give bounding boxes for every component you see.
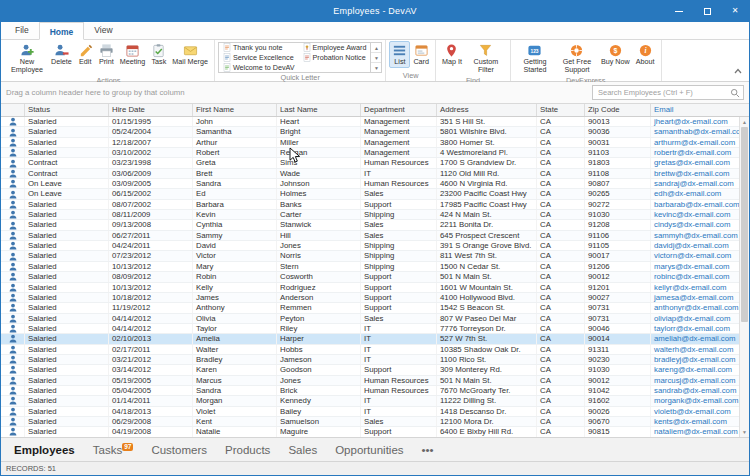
cell-email[interactable]: oliviap@dx-email.com — [651, 314, 739, 323]
tab-overflow[interactable]: ••• — [413, 444, 443, 456]
mail-merge-button[interactable]: Mail Merge — [169, 41, 211, 68]
scrollbar-thumb[interactable] — [741, 127, 748, 322]
cell-email[interactable]: taylorr@dx-email.com — [651, 324, 739, 333]
cell-email[interactable]: kents@dx-email.com — [651, 417, 739, 426]
cell-email[interactable]: jamesa@dx-email.com — [651, 293, 739, 302]
gallery-scroll-down-icon[interactable]: ▼ — [371, 53, 381, 63]
column-header-department[interactable]: Department — [361, 104, 437, 116]
table-row[interactable]: Salaried 06/29/2008 Kent Samuelson Sales… — [1, 417, 739, 427]
card-view-button[interactable]: Card — [410, 41, 432, 68]
cell-email[interactable]: robinc@dx-email.com — [651, 272, 739, 281]
cell-email[interactable]: kellyr@dx-email.com — [651, 283, 739, 292]
table-row[interactable]: Salaried 05/04/2005 Sandra Brick Human R… — [1, 386, 739, 396]
titlebar[interactable]: Employees - DevAV ✕ — [1, 0, 749, 22]
minimize-button[interactable] — [665, 0, 693, 22]
delete-button[interactable]: Delete — [48, 41, 75, 68]
table-row[interactable]: Contract 03/06/2009 Brett Wade IT 1120 O… — [1, 169, 739, 179]
meeting-button[interactable]: Meeting — [117, 41, 149, 68]
cell-email[interactable]: bradleyj@dx-email.com — [651, 355, 739, 364]
cell-email[interactable]: cindys@dx-email.com — [651, 220, 739, 229]
tab-opportunities[interactable]: Opportunities — [326, 444, 412, 456]
buy-now-button[interactable]: $ Buy Now — [598, 41, 633, 68]
cell-email[interactable]: marys@dx-email.com — [651, 262, 739, 271]
table-row[interactable]: Salaried 01/14/2011 Morgan Kennedy IT 11… — [1, 396, 739, 406]
cell-email[interactable]: violetb@dx-email.com — [651, 407, 739, 416]
tab-sales[interactable]: Sales — [279, 444, 326, 456]
tab-employees[interactable]: Employees — [5, 444, 84, 456]
scroll-down-icon[interactable]: ▼ — [740, 427, 749, 437]
table-row[interactable]: Salaried 04/14/2012 Olivia Peyton Sales … — [1, 314, 739, 324]
quick-letter-item-employee-award[interactable]: Employee Award — [299, 43, 371, 53]
cell-email[interactable]: kevinc@dx-email.com — [651, 210, 739, 219]
tab-products[interactable]: Products — [216, 444, 279, 456]
cell-email[interactable]: arthurm@dx-email.com — [651, 138, 739, 147]
tab-view[interactable]: View — [84, 21, 122, 39]
quick-letter-item-probation-notice[interactable]: Probation Notice — [299, 53, 371, 63]
tab-file[interactable]: File — [5, 21, 39, 39]
cell-email[interactable]: marcusj@dx-email.com — [651, 376, 739, 385]
close-button[interactable]: ✕ — [721, 0, 749, 22]
cell-email[interactable]: kareng@dx-email.com — [651, 365, 739, 374]
cell-email[interactable]: sandraj@dx-email.com — [651, 179, 739, 188]
tab-home[interactable]: Home — [39, 22, 85, 40]
cell-email[interactable]: jheart@dx-email.com — [651, 117, 739, 126]
group-by-panel[interactable]: Drag a column header here to group by th… — [1, 82, 749, 104]
table-row[interactable]: Salaried 06/27/2011 Sammy Hill Sales 645… — [1, 231, 739, 241]
cell-email[interactable]: davidj@dx-email.com — [651, 241, 739, 250]
cell-email[interactable]: ameliah@dx-email.com — [651, 334, 739, 343]
cell-email[interactable]: sammyh@dx-email.com — [651, 231, 739, 240]
table-row[interactable]: On Leave 03/09/2005 Sandra Johnson Human… — [1, 179, 739, 189]
table-row[interactable]: Salaried 02/17/2011 Walter Hobbs IT 1038… — [1, 345, 739, 355]
scroll-up-icon[interactable]: ▲ — [740, 117, 749, 127]
column-header-status[interactable]: Status — [25, 104, 109, 116]
table-row[interactable]: On Leave 06/15/2002 Ed Holmes Sales 2320… — [1, 189, 739, 199]
column-header-state[interactable]: State — [537, 104, 585, 116]
table-row[interactable]: Salaried 08/11/2009 Kevin Carter Shippin… — [1, 210, 739, 220]
table-row[interactable]: Salaried 04/18/2013 Violet Bailey IT 141… — [1, 407, 739, 417]
table-row[interactable]: Salaried 02/10/2013 Amelia Harper IT 527… — [1, 334, 739, 344]
quick-letter-item-welcome[interactable]: Welcome to DevAV — [219, 62, 299, 72]
table-row[interactable]: Salaried 09/13/2008 Cynthia Stanwick Sal… — [1, 220, 739, 230]
cell-email[interactable]: samanthab@dx-email.com — [651, 127, 739, 136]
column-header-address[interactable]: Address — [437, 104, 537, 116]
map-it-button[interactable]: Map It — [439, 41, 465, 68]
column-header-last-name[interactable]: Last Name — [277, 104, 361, 116]
column-header-zip-code[interactable]: Zip Code — [585, 104, 651, 116]
cell-email[interactable]: victorn@dx-email.com — [651, 251, 739, 260]
cell-email[interactable]: sandrab@dx-email.com — [651, 386, 739, 395]
gallery-dropdown-icon[interactable]: ▼ — [371, 63, 381, 72]
column-header-first-name[interactable]: First Name — [193, 104, 277, 116]
table-row[interactable]: Salaried 03/10/2002 Robert Reagan Manage… — [1, 148, 739, 158]
table-row[interactable]: Salaried 10/18/2012 James Anderson Suppo… — [1, 293, 739, 303]
about-button[interactable]: i About — [633, 41, 658, 68]
table-row[interactable]: Salaried 08/07/2002 Barbara Banks Suppor… — [1, 200, 739, 210]
table-row[interactable]: Salaried 04/19/2008 Natalie Maguire Supp… — [1, 427, 739, 437]
cell-email[interactable]: barbarab@dx-email.com — [651, 200, 739, 209]
cell-email[interactable]: morgank@dx-email.com — [651, 396, 739, 405]
table-row[interactable]: Contract 03/23/1998 Greta Sims Human Res… — [1, 158, 739, 168]
cell-email[interactable]: robertr@dx-email.com — [651, 148, 739, 157]
tab-tasks[interactable]: Tasks97 — [84, 443, 143, 456]
search-input[interactable] — [596, 87, 730, 98]
quick-letter-item-thank-you[interactable]: Thank you note — [219, 43, 299, 53]
table-row[interactable]: Salaried 07/23/2012 Victor Norris Shippi… — [1, 251, 739, 261]
custom-filter-button[interactable]: Custom Filter — [465, 41, 507, 76]
cell-email[interactable]: walterh@dx-email.com — [651, 345, 739, 354]
table-row[interactable]: Salaried 05/24/2004 Samantha Bright Mana… — [1, 127, 739, 137]
table-row[interactable]: Salaried 08/09/2012 Robin Cosworth Suppo… — [1, 272, 739, 282]
table-row[interactable]: Salaried 03/21/2012 Bradley Jameson IT 1… — [1, 355, 739, 365]
table-row[interactable]: Salaried 04/14/2012 Taylor Riley IT 7776… — [1, 324, 739, 334]
column-header-hire-date[interactable]: Hire Date — [109, 104, 193, 116]
cell-email[interactable]: edh@dx-email.com — [651, 189, 739, 198]
get-free-support-button[interactable]: Get Free Support — [556, 41, 598, 76]
new-employee-button[interactable]: New Employee — [6, 41, 48, 76]
collapse-ribbon-button[interactable] — [727, 59, 749, 81]
quick-letter-item-service-excellence[interactable]: Service Excellence — [219, 53, 299, 63]
getting-started-button[interactable]: 123 Getting Started — [514, 41, 556, 76]
table-row[interactable]: Salaried 03/14/2012 Karen Goodson Suppor… — [1, 365, 739, 375]
search-box[interactable] — [592, 85, 744, 100]
tab-customers[interactable]: Customers — [142, 444, 216, 456]
column-header-email[interactable]: Email — [651, 104, 749, 116]
task-button[interactable]: Task — [148, 41, 169, 68]
cell-email[interactable]: nataliem@dx-email.com — [651, 427, 739, 436]
